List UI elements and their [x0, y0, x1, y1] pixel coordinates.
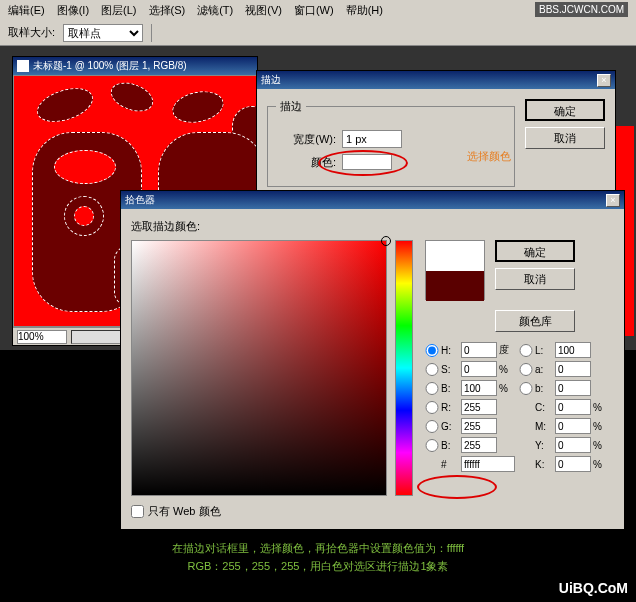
radio-b2[interactable]	[519, 382, 533, 395]
color-label: 颜色:	[276, 155, 336, 170]
document-titlebar[interactable]: 未标题-1 @ 100% (图层 1, RGB/8)	[13, 57, 257, 75]
caption-line1: 在描边对话框里，选择颜色，再拾色器中设置颜色值为：ffffff	[0, 540, 636, 558]
sv-cursor	[381, 236, 391, 246]
radio-a[interactable]	[519, 363, 533, 376]
color-preview	[425, 240, 485, 300]
b2-input[interactable]	[555, 380, 591, 396]
picker-ok-button[interactable]: 确定	[495, 240, 575, 262]
picker-title: 拾色器	[125, 193, 155, 207]
web-only-checkbox[interactable]	[131, 505, 144, 518]
uibq-watermark: UiBQ.CoM	[559, 580, 628, 596]
c-unit: %	[593, 402, 607, 413]
zoom-input[interactable]	[17, 330, 67, 344]
divider	[151, 24, 152, 42]
l-input[interactable]	[555, 342, 591, 358]
k-unit: %	[593, 459, 607, 470]
l-label: L:	[535, 345, 553, 356]
annotation-text: 选择颜色	[467, 149, 511, 164]
k-input[interactable]	[555, 456, 591, 472]
color-library-button[interactable]: 颜色库	[495, 310, 575, 332]
annotation-oval-hex	[417, 475, 497, 499]
width-input[interactable]	[342, 130, 402, 148]
caption: 在描边对话框里，选择颜色，再拾色器中设置颜色值为：ffffff RGB：255，…	[0, 540, 636, 575]
hex-label: #	[441, 459, 459, 470]
c-label: C:	[535, 402, 553, 413]
menu-layer[interactable]: 图层(L)	[97, 1, 140, 20]
r-label: R:	[441, 402, 459, 413]
h-unit: 度	[499, 343, 517, 357]
menu-image[interactable]: 图像(I)	[53, 1, 93, 20]
color-swatch[interactable]	[342, 154, 392, 170]
a-input[interactable]	[555, 361, 591, 377]
document-icon	[17, 60, 29, 72]
radio-bc[interactable]	[425, 439, 439, 452]
s-unit: %	[499, 364, 517, 375]
saturation-value-field[interactable]	[131, 240, 387, 496]
ok-button[interactable]: 确定	[525, 99, 605, 121]
m-input[interactable]	[555, 418, 591, 434]
b-label: B:	[441, 383, 459, 394]
stroke-titlebar[interactable]: 描边 ×	[257, 71, 615, 89]
bc-label: B:	[441, 440, 459, 451]
web-only-label: 只有 Web 颜色	[148, 504, 221, 519]
menu-bar: 编辑(E) 图像(I) 图层(L) 选择(S) 滤镜(T) 视图(V) 窗口(W…	[0, 0, 636, 20]
s-input[interactable]	[461, 361, 497, 377]
close-icon[interactable]: ×	[597, 74, 611, 87]
radio-h[interactable]	[425, 344, 439, 357]
b-input[interactable]	[461, 380, 497, 396]
radio-b[interactable]	[425, 382, 439, 395]
watermark: BBS.JCWCN.COM	[535, 2, 628, 17]
picker-label: 选取描边颜色:	[131, 219, 614, 234]
g-label: G:	[441, 421, 459, 432]
stroke-title: 描边	[261, 73, 281, 87]
menu-edit[interactable]: 编辑(E)	[4, 1, 49, 20]
options-bar: 取样大小: 取样点	[0, 20, 636, 46]
k-label: K:	[535, 459, 553, 470]
menu-select[interactable]: 选择(S)	[145, 1, 190, 20]
c-input[interactable]	[555, 399, 591, 415]
h-label: H:	[441, 345, 459, 356]
new-color	[426, 241, 484, 271]
radio-s[interactable]	[425, 363, 439, 376]
h-input[interactable]	[461, 342, 497, 358]
y-input[interactable]	[555, 437, 591, 453]
document-title: 未标题-1 @ 100% (图层 1, RGB/8)	[33, 59, 187, 73]
y-label: Y:	[535, 440, 553, 451]
width-label: 宽度(W):	[276, 132, 336, 147]
menu-window[interactable]: 窗口(W)	[290, 1, 338, 20]
stroke-group-label: 描边	[276, 99, 306, 114]
a-label: a:	[535, 364, 553, 375]
picker-cancel-button[interactable]: 取消	[495, 268, 575, 290]
radio-g[interactable]	[425, 420, 439, 433]
radio-r[interactable]	[425, 401, 439, 414]
bc-input[interactable]	[461, 437, 497, 453]
m-unit: %	[593, 421, 607, 432]
r-input[interactable]	[461, 399, 497, 415]
hue-slider[interactable]	[395, 240, 413, 496]
stroke-group: 描边 宽度(W): 颜色:	[267, 99, 515, 187]
b-unit: %	[499, 383, 517, 394]
current-color	[426, 271, 484, 301]
hex-input[interactable]	[461, 456, 515, 472]
menu-view[interactable]: 视图(V)	[241, 1, 286, 20]
caption-line2: RGB：255，255，255，用白色对选区进行描边1象素	[0, 558, 636, 576]
stroke-dialog: 描边 × 描边 宽度(W): 颜色: 确定 取消 选择颜色	[256, 70, 616, 198]
radio-l[interactable]	[519, 344, 533, 357]
g-input[interactable]	[461, 418, 497, 434]
menu-help[interactable]: 帮助(H)	[342, 1, 387, 20]
m-label: M:	[535, 421, 553, 432]
color-fields: H:度 L: S:% a: B:% b: R: C:% G: M:% B: Y:…	[425, 342, 614, 472]
color-picker-dialog: 拾色器 × 选取描边颜色: 确定 取消 颜色	[120, 190, 625, 530]
y-unit: %	[593, 440, 607, 451]
close-icon[interactable]: ×	[606, 194, 620, 207]
cancel-button[interactable]: 取消	[525, 127, 605, 149]
menu-filter[interactable]: 滤镜(T)	[193, 1, 237, 20]
sample-size-select[interactable]: 取样点	[63, 24, 143, 42]
s-label: S:	[441, 364, 459, 375]
sample-size-label: 取样大小:	[8, 25, 55, 40]
b2-label: b:	[535, 383, 553, 394]
picker-titlebar[interactable]: 拾色器 ×	[121, 191, 624, 209]
